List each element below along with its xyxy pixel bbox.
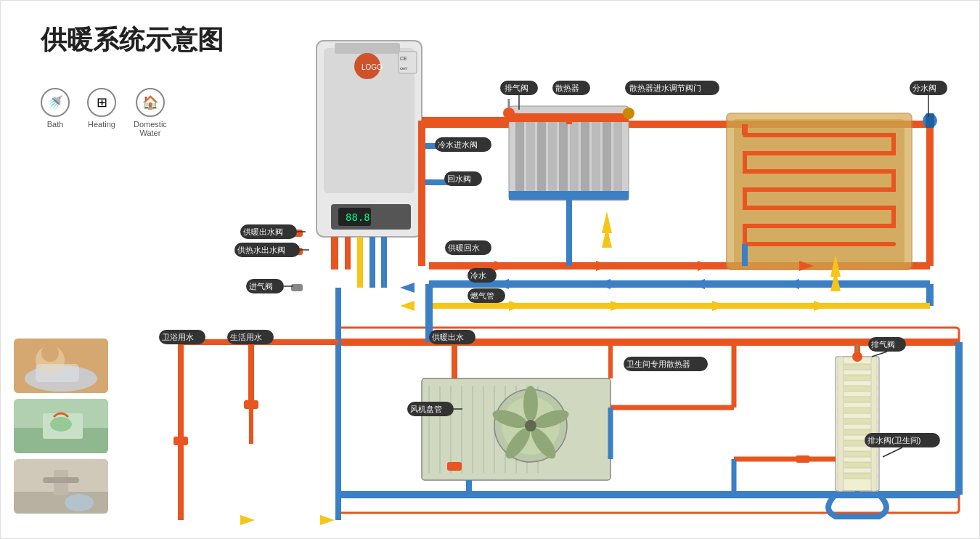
svg-marker-131	[240, 515, 255, 525]
svg-text:冷水进水阀: 冷水进水阀	[438, 140, 478, 149]
svg-rect-101	[871, 357, 877, 491]
svg-text:排水阀(卫生间): 排水阀(卫生间)	[867, 436, 920, 445]
svg-point-84	[525, 420, 536, 431]
svg-rect-116	[926, 113, 934, 128]
svg-marker-68	[509, 301, 523, 311]
svg-text:排气阀: 排气阀	[505, 84, 528, 92]
svg-text:卫浴用水: 卫浴用水	[162, 333, 194, 341]
svg-marker-133	[400, 283, 415, 293]
svg-marker-134	[400, 301, 415, 311]
svg-rect-129	[244, 400, 258, 409]
svg-line-185	[883, 447, 902, 457]
main-container: 供暖系统示意图 🚿 Bath ⊞ Heating 🏠 DomesticWater	[0, 0, 980, 539]
svg-text:进气阀: 进气阀	[249, 282, 273, 291]
svg-text:散热器: 散热器	[555, 84, 579, 92]
svg-rect-100	[838, 357, 844, 491]
svg-text:供热水出水阀: 供热水出水阀	[237, 246, 285, 254]
svg-rect-16	[335, 43, 400, 54]
svg-text:生活用水: 生活用水	[230, 333, 262, 341]
svg-text:分水阀: 分水阀	[912, 84, 936, 92]
svg-rect-104	[796, 455, 810, 463]
svg-point-79	[523, 386, 538, 422]
svg-text:88.8: 88.8	[346, 211, 370, 223]
svg-rect-121	[291, 284, 303, 291]
svg-marker-132	[320, 515, 335, 525]
svg-rect-87	[447, 462, 462, 471]
svg-text:散热器进水调节阀门: 散热器进水调节阀门	[629, 84, 701, 92]
svg-marker-56	[602, 211, 612, 233]
svg-marker-69	[611, 301, 625, 311]
svg-point-114	[623, 108, 634, 119]
svg-text:卫生间专用散热器: 卫生间专用散热器	[626, 360, 690, 368]
svg-text:cert: cert	[400, 66, 407, 70]
svg-text:LOGO: LOGO	[362, 63, 383, 71]
svg-text:供暖回水: 供暖回水	[448, 243, 480, 252]
svg-rect-130	[173, 437, 188, 445]
svg-text:供暖出水阀: 供暖出水阀	[243, 227, 283, 236]
svg-text:供暖出水: 供暖出水	[432, 333, 464, 341]
svg-text:排气阀: 排气阀	[871, 340, 895, 349]
svg-text:燃气管: 燃气管	[470, 291, 494, 300]
svg-text:CE: CE	[400, 56, 407, 61]
svg-text:冷水: 冷水	[470, 271, 486, 280]
svg-marker-70	[712, 301, 727, 311]
svg-line-182	[872, 352, 887, 357]
svg-marker-71	[814, 301, 828, 311]
svg-point-122	[852, 352, 862, 362]
svg-text:风机盘管: 风机盘管	[410, 405, 442, 413]
main-diagram-svg: 88.8 LOGO CE cert	[1, 1, 980, 539]
svg-text:回水阀: 回水阀	[447, 174, 471, 183]
svg-rect-47	[509, 191, 629, 200]
